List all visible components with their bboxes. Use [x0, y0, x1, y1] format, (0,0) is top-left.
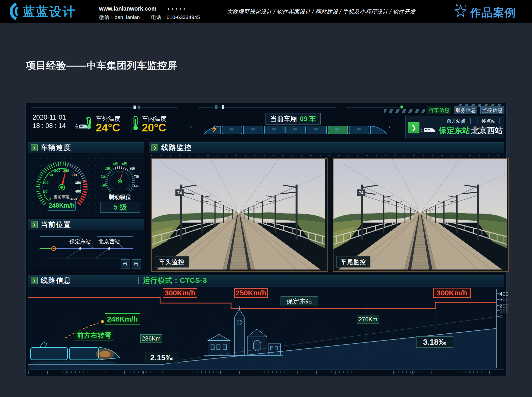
panel-chevron-icon: ❯ [31, 221, 38, 228]
svg-text:5级: 5级 [122, 162, 127, 166]
inside-temp-icon [132, 115, 140, 131]
deco-diamond [400, 105, 403, 109]
svg-text:北京西站: 北京西站 [99, 238, 120, 245]
outside-temp-icon: °C [75, 116, 94, 131]
wechat-text: 微信：ben_lanlan [99, 14, 140, 20]
lanlan-logo-icon [4, 2, 21, 20]
divider [138, 277, 139, 284]
speed-gauge: 0 50 100 150 200 250 300 350 400 450 当前车… [30, 154, 93, 217]
head-camera-scene [152, 159, 325, 270]
tab-monitor-info[interactable]: 监控信息 [480, 106, 504, 114]
limit-box-300-1: 300Km/h [163, 288, 197, 298]
distance-ruler [28, 371, 504, 375]
svg-text:400: 400 [75, 189, 81, 193]
svg-text:450: 450 [70, 197, 77, 201]
speed-panel-header: ❯ 车辆速度 [28, 142, 144, 153]
train-carriages-graphic[interactable] [192, 123, 401, 136]
tab-service-info[interactable]: 服务信息 [454, 106, 477, 114]
turn-warning-box: 前方右转弯 [74, 330, 114, 341]
svg-text:EB: EB [134, 184, 139, 188]
page-title: 项目经验——中车集团列车监控屏 [26, 59, 177, 72]
svg-text:2级: 2级 [101, 175, 106, 178]
position-panel-body: 保定东站 北京西站 [28, 230, 144, 270]
station-info-panel: ❯ · · · 前方站点 保定东站 · · · 终点站 北京西站 [405, 116, 504, 138]
limit-box-250: 250Km/h [234, 288, 268, 298]
phone-text: 电话：010-63334945 [151, 14, 200, 20]
elev-axis-0: 0 [499, 313, 502, 320]
deco-line [346, 107, 400, 108]
time-display: 18 : 08 : 14 [33, 122, 66, 130]
svg-text:350: 350 [75, 180, 81, 185]
deco-block [138, 106, 140, 109]
zoom-out-button[interactable] [132, 259, 141, 269]
outside-temp-value: 24°C [96, 122, 120, 134]
brake-level-gauge: 1级 2级 3级 4级 5级 6级 7级 EB [98, 160, 142, 194]
svg-text:248Km/h: 248Km/h [49, 202, 75, 209]
page: 蓝蓝设计 www.lanlanwork.com ►►►►► 微信：ben_lan… [0, 0, 532, 397]
svg-text:150: 150 [47, 173, 53, 177]
gradient-box-318: 3.18‰ [416, 336, 453, 348]
head-camera-view[interactable]: 车头监控 [151, 158, 328, 272]
svg-text:200: 200 [54, 168, 60, 173]
elev-axis-300: 300 [499, 296, 509, 303]
tail-camera-label: 车尾监控 [336, 256, 370, 268]
next-station-label: 前方站点 [442, 118, 471, 124]
station-label-box: 保定东站 [281, 296, 318, 306]
head-camera-label: 车头监控 [155, 256, 189, 268]
deco-block [222, 105, 224, 109]
go-chevron-button[interactable]: ❯ [408, 122, 419, 133]
zoom-in-button[interactable] [121, 259, 130, 269]
services-list: 大数据可视化设计 / 软件界面设计 / 网站建设 / 手机及小程序设计 / 软件… [227, 8, 443, 16]
panel-chevron-icon: ❯ [31, 277, 38, 284]
zoom-out-icon [134, 261, 139, 267]
panel-chevron-icon: ❯ [151, 144, 158, 151]
deco-block [215, 105, 217, 109]
tab-driving-info[interactable]: 行车信息 [427, 106, 451, 114]
terminal-station-value: 北京西站 [470, 125, 504, 136]
carriage-value: 09 车 [300, 114, 316, 123]
portfolio-link[interactable]: 作品案例 [470, 5, 516, 20]
svg-text:7级: 7级 [134, 175, 139, 178]
svg-text:4级: 4级 [113, 162, 118, 166]
speed-panel-body: 0 50 100 150 200 250 300 350 400 450 当前车… [28, 153, 144, 217]
operation-mode: 运行模式：CTCS-3 [143, 276, 207, 286]
train-wireframe-art [31, 342, 120, 365]
monitor-panel-title: 线路监控 [161, 143, 192, 153]
contact-info: 微信：ben_lanlan 电话：010-63334945 [99, 14, 200, 21]
monitor-panel-header: ❯ 线路监控 [149, 142, 504, 153]
deco-dotline [151, 155, 502, 156]
elev-axis-100: 100 [499, 307, 509, 314]
tail-camera-view[interactable]: 车尾监控 [333, 158, 509, 272]
logo-text: 蓝蓝设计 [23, 3, 76, 20]
route-map: 保定东站 北京西站 [29, 231, 143, 263]
svg-text:300: 300 [70, 173, 77, 177]
deco-line [198, 107, 336, 108]
deco-block [133, 106, 136, 109]
brake-level-value: 5 级 [100, 202, 140, 213]
position-panel-title: 当前位置 [41, 220, 71, 230]
carriage-label: 当前车厢 [270, 114, 297, 123]
zoom-in-icon [123, 261, 128, 267]
svg-text:当前车速: 当前车速 [53, 195, 70, 199]
star-icon [454, 4, 467, 18]
line-panel-header: ❯ 线路信息 运行模式：CTCS-3 [28, 275, 504, 286]
position-panel-header: ❯ 当前位置 [28, 219, 144, 230]
station-building-art [204, 306, 283, 355]
inside-temp-value: 20°C [142, 122, 166, 134]
speed-panel-title: 车辆速度 [41, 143, 71, 153]
current-speed-box: 248Km/h [105, 313, 140, 325]
deco-hatch [384, 109, 425, 113]
line-profile-graphic [28, 288, 504, 369]
speed-limit-line [28, 297, 497, 308]
line-panel-title: 线路信息 [41, 276, 71, 286]
svg-text:6级: 6级 [130, 167, 135, 170]
svg-text:0: 0 [49, 197, 51, 201]
website-link[interactable]: www.lanlanwork.com [99, 5, 156, 12]
km-marker-286: 286Km [140, 334, 162, 343]
limit-box-300-2: 300Km/h [433, 288, 471, 298]
small-train-icon [421, 127, 436, 133]
deco-line [31, 107, 178, 108]
svg-text:100: 100 [42, 180, 49, 185]
svg-text:3级: 3级 [105, 167, 110, 170]
website-arrows-icon: ►►►►► [167, 7, 187, 11]
